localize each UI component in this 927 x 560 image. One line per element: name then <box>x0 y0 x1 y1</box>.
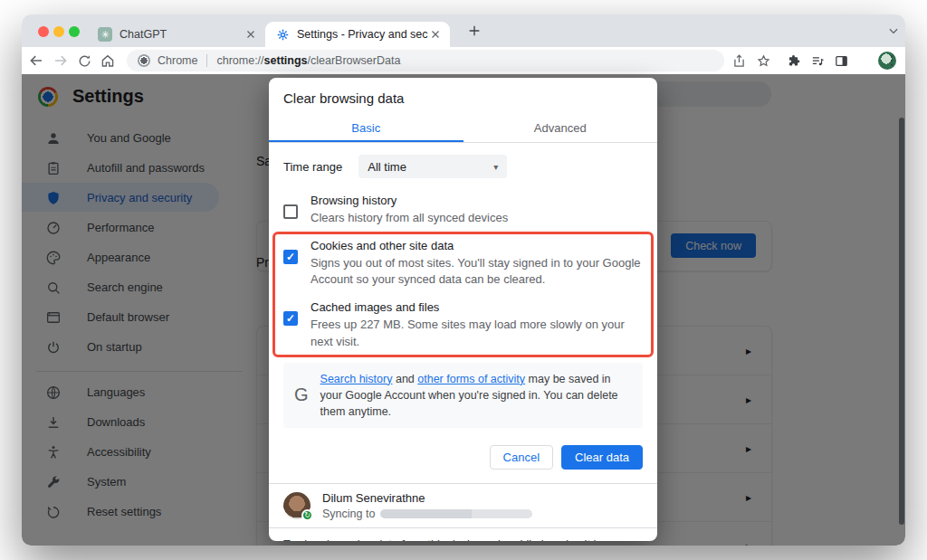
option-label: Cached images and files <box>311 299 643 317</box>
cookies-checkbox[interactable]: ✓ <box>283 250 298 264</box>
time-range-label: Time range <box>283 160 342 174</box>
option-cached-images: ✓ Cached images and files Frees up 227 M… <box>283 299 643 351</box>
reload-icon[interactable] <box>76 52 92 69</box>
zoom-window-button[interactable] <box>69 26 80 37</box>
close-window-button[interactable] <box>38 26 49 37</box>
settings-gear-favicon-icon <box>276 28 290 42</box>
other-forms-link[interactable]: other forms of activity <box>417 373 525 385</box>
option-cookies: ✓ Cookies and other site data Signs you … <box>283 238 643 289</box>
chrome-logo-icon <box>138 54 150 67</box>
option-description: Signs you out of most sites. You'll stay… <box>311 255 643 289</box>
note-text: Search history and other forms of activi… <box>320 371 632 420</box>
redacted-email <box>380 509 532 518</box>
user-avatar: ↻ <box>283 492 311 519</box>
option-description: Clears history from all synced devices <box>311 210 508 227</box>
browser-window: ✳ ChatGPT Settings - Privacy and securit… <box>22 14 905 546</box>
tab-basic[interactable]: Basic <box>269 114 464 142</box>
clear-browsing-data-dialog: Clear browsing data Basic Advanced Time … <box>269 78 657 541</box>
share-icon[interactable] <box>731 52 747 69</box>
forward-icon[interactable] <box>53 52 69 69</box>
time-range-value: All time <box>368 160 406 174</box>
google-g-icon: G <box>294 384 309 405</box>
sync-status-label: Syncing to <box>322 508 375 520</box>
note-fragment: and <box>392 373 417 385</box>
option-label: Cookies and other site data <box>311 238 643 255</box>
media-controls-icon[interactable] <box>809 52 826 69</box>
minimize-window-button[interactable] <box>53 26 64 37</box>
tab-advanced[interactable]: Advanced <box>464 114 658 142</box>
dialog-title: Clear browsing data <box>269 78 657 114</box>
tab-settings[interactable]: Settings - Privacy and security <box>265 22 450 47</box>
tab-title: ChatGPT <box>119 28 244 41</box>
highlighted-options-group: ✓ Cookies and other site data Signs you … <box>283 238 643 351</box>
google-account-note: G Search history and other forms of acti… <box>283 363 643 428</box>
tab-title: Settings - Privacy and security <box>297 28 428 41</box>
side-panel-icon[interactable] <box>833 52 849 69</box>
option-browsing-history: Browsing history Clears history from all… <box>283 193 643 227</box>
desktop: ✳ ChatGPT Settings - Privacy and securit… <box>0 0 927 560</box>
browsing-history-checkbox[interactable] <box>283 204 298 219</box>
search-history-link[interactable]: Search history <box>320 373 393 385</box>
cached-images-checkbox[interactable]: ✓ <box>283 311 298 326</box>
kebab-menu-icon[interactable] <box>884 52 900 69</box>
tab-chatgpt[interactable]: ✳ ChatGPT <box>87 22 265 47</box>
chatgpt-favicon-icon: ✳ <box>98 27 112 42</box>
close-tab-icon[interactable] <box>428 27 443 42</box>
back-icon[interactable] <box>28 52 44 69</box>
extensions-puzzle-icon[interactable] <box>785 52 801 69</box>
option-description: Frees up 227 MB. Some sites may load mor… <box>311 317 643 351</box>
sync-badge-icon: ↻ <box>301 509 313 521</box>
time-range-select[interactable]: All time ▾ <box>358 155 507 178</box>
new-tab-button[interactable] <box>467 24 482 38</box>
dialog-footer: To clear browsing data from this device … <box>269 528 657 541</box>
url-path: /clearBrowserData <box>308 54 401 67</box>
tab-search-chevron-icon[interactable] <box>887 24 900 37</box>
site-label: Chrome <box>158 54 197 67</box>
tab-strip: ✳ ChatGPT Settings - Privacy and securit… <box>22 14 905 47</box>
home-icon[interactable] <box>100 52 116 69</box>
footer-text: To clear browsing data from this device … <box>283 538 628 541</box>
dialog-tabs: Basic Advanced <box>269 114 657 143</box>
url-scheme: chrome:// <box>216 54 263 67</box>
cancel-button[interactable]: Cancel <box>490 445 553 470</box>
browser-toolbar: Chrome chrome://settings/clearBrowserDat… <box>22 47 905 74</box>
caret-down-icon: ▾ <box>493 162 498 172</box>
account-row: ↻ Dilum Senevirathne Syncing to <box>269 484 657 527</box>
account-name: Dilum Senevirathne <box>322 491 532 505</box>
option-label: Browsing history <box>311 193 508 210</box>
clear-data-button[interactable]: Clear data <box>561 445 643 470</box>
url-host: settings <box>264 54 308 67</box>
divider <box>206 54 207 67</box>
bookmark-star-icon[interactable] <box>755 52 771 69</box>
close-tab-icon[interactable] <box>244 27 258 42</box>
address-bar[interactable]: Chrome chrome://settings/clearBrowserDat… <box>127 50 724 71</box>
